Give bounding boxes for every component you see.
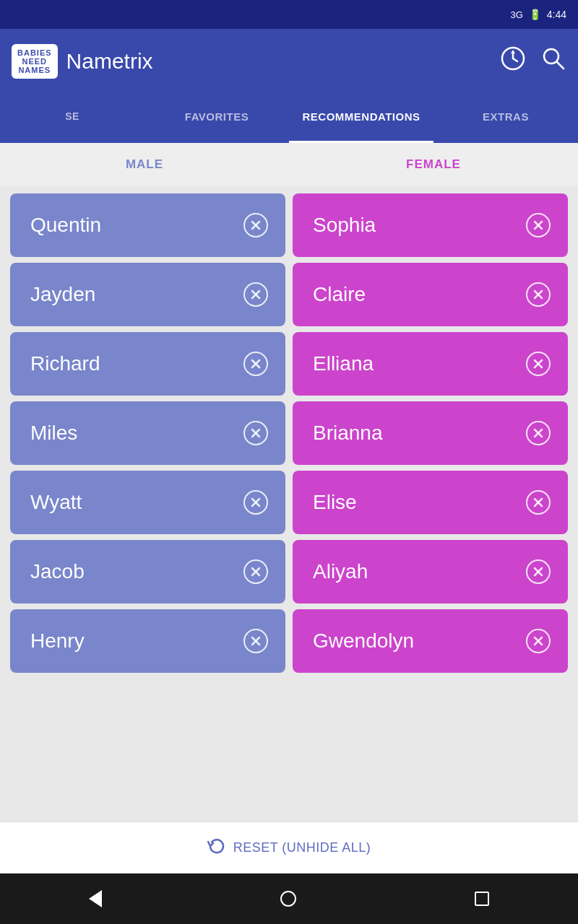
reset-icon <box>207 837 226 860</box>
back-button[interactable] <box>89 890 102 907</box>
male-name-card[interactable]: Jayden <box>10 263 285 326</box>
female-name-label: Brianna <box>313 422 383 445</box>
nav-bar <box>0 873 578 924</box>
male-name-label: Henry <box>30 629 85 653</box>
remove-male-icon[interactable] <box>243 559 268 584</box>
male-name-label: Richard <box>30 352 100 375</box>
status-bar: 3G 🔋 4:44 <box>0 0 578 29</box>
remove-male-icon[interactable] <box>243 629 268 653</box>
remove-male-icon[interactable] <box>243 352 268 376</box>
remove-female-icon[interactable] <box>526 629 551 653</box>
male-name-label: Wyatt <box>30 491 82 514</box>
male-name-card[interactable]: Henry <box>10 609 285 673</box>
male-name-card[interactable]: Wyatt <box>10 471 285 534</box>
remove-female-icon[interactable] <box>526 282 551 307</box>
male-name-label: Miles <box>30 422 77 445</box>
name-row: Jayden Claire <box>10 263 568 326</box>
tab-browse[interactable]: SE <box>0 94 144 143</box>
svg-marker-3 <box>511 50 515 53</box>
name-row: Miles Brianna <box>10 401 568 465</box>
logo-line3: NAMES <box>18 66 51 74</box>
app-bar-icons <box>500 45 566 77</box>
female-name-card[interactable]: Gwendolyn <box>293 609 568 673</box>
svg-line-2 <box>513 58 517 61</box>
app-bar: BABIES NEED NAMES Nametrix <box>0 29 578 94</box>
male-name-label: Jayden <box>30 283 95 306</box>
tab-recommendations[interactable]: RECOMMENDATIONS <box>289 94 434 143</box>
remove-male-icon[interactable] <box>243 282 268 307</box>
name-list: Quentin Sophia Jayden Claire <box>0 186 578 821</box>
logo-box: BABIES NEED NAMES <box>12 44 58 79</box>
app-bar-left: BABIES NEED NAMES Nametrix <box>12 44 153 79</box>
female-name-card[interactable]: Elliana <box>293 332 568 396</box>
recents-button[interactable] <box>475 892 489 906</box>
female-name-label: Gwendolyn <box>313 629 414 653</box>
svg-point-4 <box>544 49 558 64</box>
female-name-label: Claire <box>313 283 366 306</box>
reset-button[interactable]: RESET (UNHIDE ALL) <box>0 821 578 873</box>
tab-extras[interactable]: EXTRAS <box>434 94 578 143</box>
signal-indicator: 3G <box>510 9 522 20</box>
name-row: Henry Gwendolyn <box>10 609 568 673</box>
tab-favorites[interactable]: FAVORITES <box>144 94 289 143</box>
female-filter-button[interactable]: FEMALE <box>289 143 578 186</box>
name-row: Wyatt Elise <box>10 471 568 534</box>
remove-male-icon[interactable] <box>243 490 268 515</box>
reset-label: RESET (UNHIDE ALL) <box>233 840 371 855</box>
male-filter-button[interactable]: MALE <box>0 143 289 186</box>
female-name-label: Elliana <box>313 352 374 375</box>
logo-line1: BABIES <box>17 48 52 57</box>
tab-bar: SE FAVORITES RECOMMENDATIONS EXTRAS <box>0 94 578 143</box>
battery-indicator: 🔋 <box>529 9 541 20</box>
history-icon[interactable] <box>500 45 526 77</box>
female-name-label: Aliyah <box>313 560 368 583</box>
remove-male-icon[interactable] <box>243 213 268 237</box>
female-name-card[interactable]: Claire <box>293 263 568 326</box>
remove-male-icon[interactable] <box>243 421 268 445</box>
male-name-label: Quentin <box>30 214 101 237</box>
home-button[interactable] <box>280 891 296 907</box>
name-row: Jacob Aliyah <box>10 540 568 603</box>
male-name-card[interactable]: Miles <box>10 401 285 465</box>
svg-line-5 <box>557 62 564 69</box>
name-row: Quentin Sophia <box>10 193 568 257</box>
remove-female-icon[interactable] <box>526 490 551 515</box>
time-display: 4:44 <box>547 9 566 20</box>
name-row: Richard Elliana <box>10 332 568 396</box>
male-name-card[interactable]: Jacob <box>10 540 285 603</box>
remove-female-icon[interactable] <box>526 213 551 237</box>
female-name-label: Elise <box>313 491 357 514</box>
app-title: Nametrix <box>66 49 153 74</box>
search-icon[interactable] <box>540 45 566 77</box>
remove-female-icon[interactable] <box>526 421 551 445</box>
male-name-card[interactable]: Richard <box>10 332 285 396</box>
female-name-card[interactable]: Sophia <box>293 193 568 257</box>
male-name-card[interactable]: Quentin <box>10 193 285 257</box>
male-name-label: Jacob <box>30 560 85 583</box>
logo-line2: NEED <box>22 57 48 66</box>
female-name-card[interactable]: Brianna <box>293 401 568 465</box>
gender-filter: MALE FEMALE <box>0 143 578 186</box>
female-name-card[interactable]: Aliyah <box>293 540 568 603</box>
female-name-label: Sophia <box>313 214 376 237</box>
remove-female-icon[interactable] <box>526 352 551 376</box>
remove-female-icon[interactable] <box>526 559 551 584</box>
female-name-card[interactable]: Elise <box>293 471 568 534</box>
